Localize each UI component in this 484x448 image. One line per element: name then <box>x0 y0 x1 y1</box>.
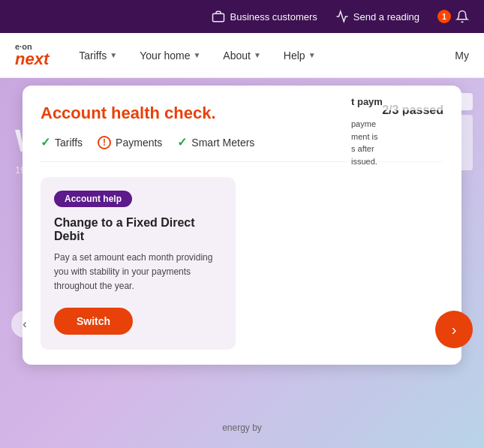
nav-your-home-label: Your home <box>140 50 190 62</box>
card-title: Change to a Fixed Direct Debit <box>54 216 222 243</box>
notifications-icon[interactable]: 1 <box>437 10 469 23</box>
logo-next: next <box>15 51 49 68</box>
switch-button[interactable]: Switch <box>54 308 133 335</box>
prev-arrow-button[interactable]: ‹ <box>11 311 38 338</box>
right-panel: t paym paymement iss afterissued. <box>334 78 484 185</box>
send-reading-label: Send a reading <box>353 11 419 23</box>
payments-label: Payments <box>116 137 162 149</box>
business-customers-label: Business customers <box>230 11 317 23</box>
arrow-right-icon: › <box>452 321 457 338</box>
card-tag: Account help <box>54 191 132 207</box>
warning-icon: ! <box>98 136 111 149</box>
check-icon: ✓ <box>41 135 50 149</box>
chevron-down-icon: ▼ <box>254 51 261 59</box>
nav-about[interactable]: About ▼ <box>223 50 261 62</box>
nav-my-label: My <box>455 50 469 62</box>
main-background: Wo 192 G Account health check. 2/3 passe… <box>0 78 484 448</box>
chevron-down-icon: ▼ <box>193 51 200 59</box>
bottom-text: energy by <box>222 422 262 433</box>
smart-meters-label: Smart Meters <box>191 137 254 149</box>
svg-rect-0 <box>213 14 224 22</box>
chevron-down-icon: ▼ <box>110 51 117 59</box>
nav-tariffs-label: Tariffs <box>79 50 107 62</box>
top-bar: Business customers Send a reading 1 <box>0 0 484 33</box>
chevron-down-icon: ▼ <box>308 51 316 59</box>
nav-my[interactable]: My <box>455 50 469 62</box>
send-reading-link[interactable]: Send a reading <box>335 10 419 23</box>
next-arrow-button[interactable]: › <box>435 311 473 348</box>
nav-tariffs[interactable]: Tariffs ▼ <box>79 50 117 62</box>
notification-count: 1 <box>437 10 451 23</box>
nav-bar: e·on next Tariffs ▼ Your home ▼ About ▼ … <box>0 33 484 78</box>
nav-about-label: About <box>223 50 251 62</box>
nav-help[interactable]: Help ▼ <box>284 50 316 62</box>
check-icon: ✓ <box>177 135 187 149</box>
nav-your-home[interactable]: Your home ▼ <box>140 50 200 62</box>
logo[interactable]: e·on next <box>15 43 49 68</box>
payments-status: ! Payments <box>98 136 162 149</box>
tariffs-status: ✓ Tariffs <box>41 135 83 149</box>
arrow-left-icon: ‹ <box>23 317 26 331</box>
business-customers-link[interactable]: Business customers <box>212 10 317 23</box>
card-description: Pay a set amount each month providing yo… <box>54 251 222 294</box>
right-panel-text: paymement iss afterissued. <box>345 115 473 170</box>
nav-help-label: Help <box>284 50 305 62</box>
tariffs-label: Tariffs <box>55 137 83 149</box>
dialog-title: Account health check. <box>41 104 216 123</box>
smart-meters-status: ✓ Smart Meters <box>177 135 254 149</box>
right-panel-title: t paym <box>345 93 473 110</box>
account-help-card: Account help Change to a Fixed Direct De… <box>41 177 236 350</box>
